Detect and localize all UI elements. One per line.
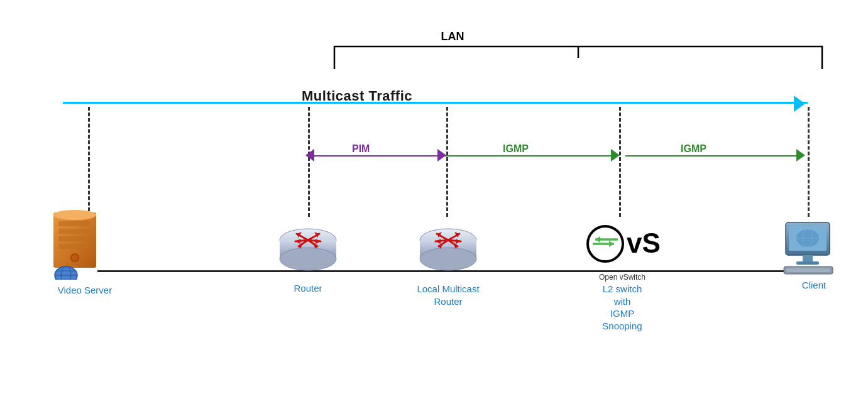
dashed-line-ovs — [619, 107, 621, 217]
ovs-label: L2 switch with IGMP Snooping — [578, 283, 666, 332]
lmr-device: Local Multicast Router — [407, 226, 489, 307]
client-device: Client — [779, 221, 849, 290]
igmp2-arrow-line — [625, 155, 801, 157]
video-server-label: Video Server — [44, 285, 126, 295]
lan-label: LAN — [434, 30, 471, 43]
svg-marker-45 — [609, 241, 614, 247]
video-server-device: Video Server — [44, 207, 126, 295]
svg-rect-5 — [58, 244, 90, 249]
lmr-label: Local Multicast Router — [407, 283, 489, 307]
svg-point-30 — [420, 248, 476, 270]
svg-point-15 — [280, 248, 336, 270]
pim-label: PIM — [352, 143, 370, 155]
svg-marker-47 — [595, 236, 600, 243]
ovs-icon: vS — [581, 220, 663, 270]
dashed-line-lmr — [446, 107, 448, 217]
pim-arrow-right — [437, 149, 446, 162]
multicast-traffic-label: Multicast Traffic — [302, 88, 412, 104]
client-icon — [783, 221, 845, 275]
ovs-device: vS Open vSwitch L2 switch with IGMP Snoo… — [578, 220, 666, 332]
svg-rect-4 — [58, 236, 90, 241]
svg-text:vS: vS — [627, 228, 661, 258]
igmp1-arrow-right — [611, 149, 620, 162]
router-device: Router — [270, 226, 346, 294]
igmp2-arrow-right — [796, 149, 805, 162]
router-icon — [273, 226, 343, 277]
svg-rect-52 — [796, 261, 819, 265]
lmr-icon — [414, 226, 483, 277]
igmp2-label: IGMP — [681, 143, 706, 155]
lan-brace — [333, 45, 823, 70]
multicast-traffic-line — [63, 102, 808, 104]
dashed-line-server — [88, 107, 90, 217]
network-diagram: LAN Multicast Traffic PIM IGMP IGMP — [0, 0, 868, 401]
video-server-icon — [47, 207, 123, 280]
pim-arrow-line — [308, 155, 446, 157]
dashed-line-router — [308, 107, 310, 217]
igmp1-arrow-line — [446, 155, 616, 157]
dashed-line-client — [808, 107, 810, 217]
svg-point-8 — [55, 266, 77, 280]
svg-rect-54 — [786, 268, 830, 272]
router-label: Router — [270, 283, 346, 294]
pim-arrow-left — [305, 149, 314, 162]
svg-rect-2 — [58, 221, 90, 226]
igmp1-label: IGMP — [503, 143, 529, 155]
svg-rect-3 — [58, 229, 90, 234]
client-label: Client — [779, 280, 849, 290]
ovs-subtitle: Open vSwitch — [578, 273, 666, 282]
svg-point-1 — [53, 210, 96, 220]
svg-point-7 — [72, 255, 78, 261]
multicast-traffic-arrowhead — [794, 96, 805, 112]
